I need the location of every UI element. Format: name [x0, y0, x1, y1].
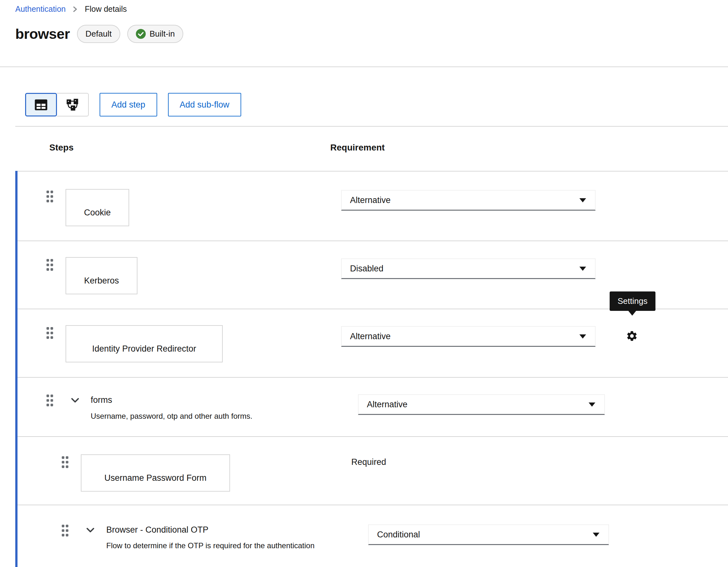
table-row-forms: forms Username, password, otp and other …: [17, 377, 728, 436]
requirement-value: Alternative: [367, 400, 408, 409]
built-in-badge: Built-in: [127, 25, 183, 43]
drag-handle-icon[interactable]: [61, 525, 69, 536]
page-title: browser: [15, 26, 70, 42]
default-badge-label: Default: [86, 29, 112, 39]
chevron-down-icon[interactable]: [71, 398, 79, 403]
step-name: Kerberos: [84, 276, 119, 286]
table-row-identity-provider-redirector: Identity Provider Redirector Alternative…: [17, 309, 728, 377]
default-badge: Default: [77, 25, 120, 43]
caret-down-icon: [579, 334, 586, 339]
column-header-requirement: Requirement: [330, 143, 385, 153]
gear-icon[interactable]: [626, 330, 638, 342]
table-icon: [34, 99, 48, 111]
toolbar: Add step Add sub-flow: [25, 93, 241, 116]
table-view-button[interactable]: [25, 93, 57, 116]
step-card-username-password-form: Username Password Form: [81, 454, 230, 492]
flow-steps-table: Cookie Alternative Kerberos Disabled: [0, 171, 728, 567]
table-row-cookie: Cookie Alternative: [17, 171, 728, 241]
page-header: browser Default Built-in: [15, 25, 183, 43]
drag-handle-icon[interactable]: [61, 456, 69, 468]
requirement-select-browser-conditional-otp[interactable]: Conditional: [368, 524, 609, 545]
subflow-description: Flow to determine if the OTP is required…: [106, 541, 315, 550]
view-toggle-group: [25, 93, 89, 116]
requirement-select-cookie[interactable]: Alternative: [341, 190, 596, 211]
column-header-steps: Steps: [49, 143, 73, 153]
settings-tooltip: Settings: [610, 291, 655, 311]
chevron-down-icon[interactable]: [86, 528, 95, 533]
breadcrumb-current: Flow details: [85, 4, 127, 14]
diagram-view-button[interactable]: [57, 93, 89, 116]
drag-handle-icon[interactable]: [46, 327, 53, 339]
drag-handle-icon[interactable]: [46, 191, 53, 202]
diagram-icon: [66, 98, 80, 111]
drag-handle-icon[interactable]: [46, 395, 53, 406]
settings-tooltip-label: Settings: [618, 296, 647, 306]
step-name: Cookie: [84, 208, 111, 218]
table-row-username-password-form: Username Password Form Required: [17, 436, 728, 505]
requirement-select-kerberos[interactable]: Disabled: [341, 258, 596, 279]
check-circle-icon: [136, 29, 146, 39]
requirement-select-forms[interactable]: Alternative: [358, 394, 605, 415]
requirement-select-identity-provider-redirector[interactable]: Alternative: [341, 326, 596, 347]
table-row-browser-conditional-otp: Browser - Conditional OTP Flow to determ…: [17, 505, 728, 567]
requirement-value: Alternative: [350, 332, 391, 341]
requirement-value: Disabled: [350, 264, 383, 274]
breadcrumb-link-authentication[interactable]: Authentication: [15, 4, 66, 14]
caret-down-icon: [589, 403, 595, 407]
breadcrumb: Authentication Flow details: [15, 4, 127, 14]
subflow-name-forms: forms: [91, 395, 112, 405]
toolbar-divider: [15, 126, 728, 127]
add-subflow-button[interactable]: Add sub-flow: [168, 93, 241, 116]
step-card-identity-provider-redirector: Identity Provider Redirector: [66, 325, 223, 362]
header-divider: [0, 67, 728, 67]
requirement-value: Alternative: [350, 195, 391, 205]
subflow-description: Username, password, otp and other auth f…: [91, 412, 252, 421]
step-card-kerberos: Kerberos: [66, 257, 137, 294]
breadcrumb-separator-icon: [73, 6, 78, 13]
add-step-button[interactable]: Add step: [100, 93, 157, 116]
step-card-cookie: Cookie: [66, 189, 129, 226]
subflow-name-browser-conditional-otp: Browser - Conditional OTP: [106, 525, 208, 535]
caret-down-icon: [579, 267, 586, 271]
step-name: Identity Provider Redirector: [92, 344, 196, 354]
caret-down-icon: [579, 198, 586, 202]
step-name: Username Password Form: [104, 473, 207, 483]
requirement-text-required: Required: [351, 457, 386, 467]
built-in-badge-label: Built-in: [150, 29, 175, 39]
selected-flow-indicator-bar: [15, 171, 17, 567]
requirement-value: Conditional: [377, 530, 420, 540]
drag-handle-icon[interactable]: [46, 259, 53, 271]
caret-down-icon: [593, 533, 599, 537]
